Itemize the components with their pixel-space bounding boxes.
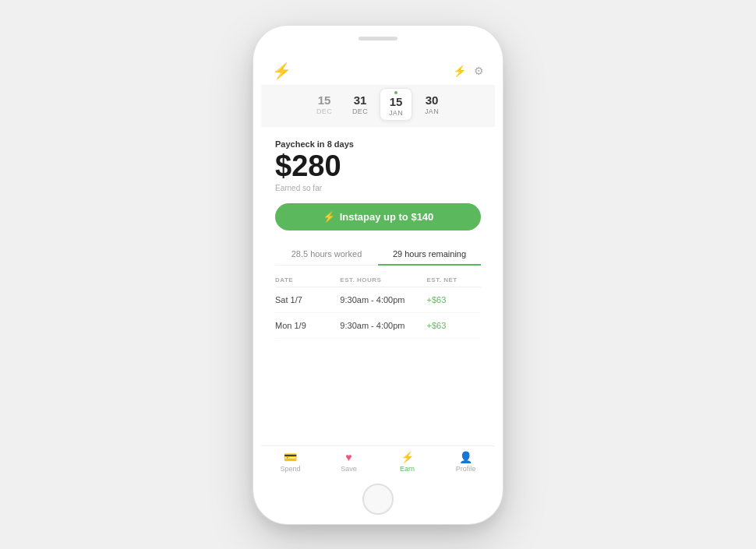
row1-net: +$63 — [427, 295, 481, 304]
bottom-nav: 💳 Spend ♥ Save ⚡ Earn 👤 Profile — [261, 445, 495, 479]
app-logo: ⚡ — [272, 62, 291, 80]
phone-wrapper: ⚡ ⚡ ⚙ 15 DEC 31 DEC 15 JAN 30 JA — [253, 26, 503, 524]
row2-net: +$63 — [427, 321, 481, 330]
app-header: ⚡ ⚡ ⚙ — [261, 54, 495, 85]
table-row: Mon 1/9 9:30am - 4:00pm +$63 — [275, 313, 481, 339]
tabs: 28.5 hours worked 29 hours remaining — [275, 243, 481, 266]
header-icons: ⚡ ⚙ — [453, 65, 484, 77]
instapay-label: Instapay up to $140 — [340, 211, 434, 223]
main-content: Paycheck in 8 days $280 Earned so far ⚡ … — [261, 127, 495, 445]
date-item-jan30[interactable]: 30 JAN — [415, 90, 448, 118]
table-row: Sat 1/7 9:30am - 4:00pm +$63 — [275, 287, 481, 313]
phone-screen: ⚡ ⚡ ⚙ 15 DEC 31 DEC 15 JAN 30 JA — [261, 54, 495, 479]
nav-label-save: Save — [341, 465, 357, 473]
save-icon: ♥ — [345, 451, 352, 463]
nav-label-profile: Profile — [456, 465, 476, 473]
tab-hours-remaining[interactable]: 29 hours remaining — [378, 243, 481, 265]
date-item-dec31[interactable]: 31 DEC — [344, 90, 376, 118]
earned-label: Earned so far — [275, 184, 481, 192]
instapay-button[interactable]: ⚡ Instapay up to $140 — [275, 203, 481, 231]
nav-item-profile[interactable]: 👤 Profile — [449, 451, 483, 473]
settings-icon[interactable]: ⚙ — [474, 65, 484, 77]
date-item-dec15[interactable]: 15 DEC — [308, 90, 341, 118]
profile-icon: 👤 — [459, 451, 472, 463]
row2-hours: 9:30am - 4:00pm — [340, 321, 426, 330]
date-item-jan15[interactable]: 15 JAN — [380, 88, 412, 121]
row1-hours: 9:30am - 4:00pm — [340, 295, 426, 304]
spend-icon: 💳 — [284, 451, 297, 463]
nav-item-save[interactable]: ♥ Save — [332, 451, 366, 473]
tab-hours-worked[interactable]: 28.5 hours worked — [275, 243, 378, 265]
earn-icon: ⚡ — [401, 451, 414, 463]
nav-label-spend: Spend — [280, 465, 300, 473]
nav-item-earn[interactable]: ⚡ Earn — [390, 451, 425, 473]
nav-label-earn: Earn — [400, 465, 415, 473]
row2-date: Mon 1/9 — [275, 321, 340, 330]
paycheck-label: Paycheck in 8 days — [275, 139, 481, 149]
col-net-header: EST. NET — [427, 276, 481, 283]
row1-date: Sat 1/7 — [275, 295, 340, 304]
bolt-icon[interactable]: ⚡ — [453, 65, 466, 77]
paycheck-amount: $280 — [275, 150, 481, 183]
instapay-bolt-icon: ⚡ — [323, 211, 335, 223]
nav-item-spend[interactable]: 💳 Spend — [274, 451, 308, 473]
date-selector: 15 DEC 31 DEC 15 JAN 30 JAN — [261, 85, 495, 127]
col-date-header: DATE — [275, 276, 340, 283]
col-hours-header: EST. HOURS — [340, 276, 426, 283]
table-header: DATE EST. HOURS EST. NET — [275, 273, 481, 287]
